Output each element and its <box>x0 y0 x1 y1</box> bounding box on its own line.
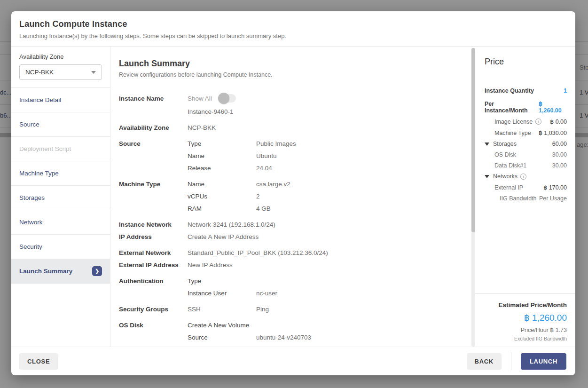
back-button[interactable]: BACK <box>467 353 502 370</box>
launch-button[interactable]: LAUNCH <box>521 353 566 370</box>
price-row-storages: Storages 60.00 <box>485 141 567 147</box>
sidebar-item-security[interactable]: Security <box>11 235 110 259</box>
sidebar-item-storages[interactable]: Storages <box>11 186 110 210</box>
toggle-knob <box>218 93 229 104</box>
summary-subtitle: Review configurations before launching C… <box>119 71 463 78</box>
row-source: Source Type Public Images Name Ubuntu Re… <box>119 137 463 174</box>
chevron-down-icon <box>91 71 96 74</box>
info-icon[interactable]: i <box>535 119 541 125</box>
price-row-networks: Networksi <box>485 173 567 180</box>
collapse-triangle-icon[interactable] <box>485 175 489 178</box>
row-availability-zone: Availability Zone NCP-BKK <box>119 121 463 134</box>
sidebar-item-deployment-script: Deployment Script <box>11 137 110 161</box>
dialog-title: Launch Compute Instance <box>19 19 567 29</box>
estimated-price-label: Estimated Price/Month <box>485 301 567 309</box>
info-icon[interactable]: i <box>520 174 526 180</box>
instance-name-value: Instance-9460-1 <box>188 108 463 115</box>
price-row-external-ip: External IP ฿ 170.00 <box>485 184 567 191</box>
close-button[interactable]: CLOSE <box>19 353 58 370</box>
price-row-image-license: Image Licensei ฿ 0.00 <box>485 118 567 125</box>
row-os-disk: OS Disk Create A New Volume Source ubunt… <box>119 319 463 343</box>
dialog-subtitle: Launching Instance(s) by the following s… <box>19 32 567 40</box>
launch-summary-panel: Launch Summary Review configurations bef… <box>110 47 475 347</box>
price-title: Price <box>485 57 567 67</box>
scrollbar-track[interactable] <box>471 48 475 347</box>
footer-divider <box>511 352 511 370</box>
launch-compute-instance-dialog: Launch Compute Instance Launching Instan… <box>11 11 575 375</box>
row-security-groups: Security Groups SSH Ping <box>119 303 463 315</box>
price-row-per-instance: Per Instance/Month ฿ 1,260.00 <box>485 100 567 114</box>
screen: Sto dc... b6... 1 V 1 V age: Launch Comp… <box>0 0 588 388</box>
row-authentication: Authentication Type Instance User nc-use… <box>119 275 463 299</box>
sidebar-item-source[interactable]: Source <box>11 112 110 137</box>
collapse-triangle-icon[interactable] <box>485 143 489 146</box>
steps-sidebar: Availability Zone NCP-BKK Instance Detai… <box>11 47 110 347</box>
price-row-data-disk: Data Disk#1 30.00 <box>485 162 567 169</box>
show-all-label: Show All <box>188 95 212 102</box>
row-instance-network: Instance Network Network-3241 (192.168.1… <box>119 218 463 243</box>
price-panel: Price Instance Quantity 1 Per Instance/M… <box>475 47 575 347</box>
estimated-price-value: ฿ 1,260.00 <box>485 312 567 323</box>
instance-quantity-value: 1 <box>564 87 567 94</box>
sidebar-item-network[interactable]: Network <box>11 210 110 235</box>
summary-title: Launch Summary <box>119 59 463 69</box>
price-row-os-disk: OS Disk 30.00 <box>485 151 567 158</box>
sidebar-item-instance-detail[interactable]: Instance Detail <box>11 88 110 112</box>
show-all-toggle[interactable] <box>219 94 236 103</box>
row-external-network: External Network Standard_Public_IP_Pool… <box>119 246 463 271</box>
excluded-note: Excluded IIG Bandwidth <box>485 336 567 341</box>
availability-zone-select[interactable]: NCP-BKK <box>19 64 102 80</box>
price-per-hour: Price/Hour ฿ 1.73 <box>485 326 567 333</box>
row-instance-name: Instance Name Show All Instance-9460-1 <box>119 91 463 118</box>
row-machine-type: Machine Type Name csa.large.v2 vCPUs 2 R… <box>119 178 463 214</box>
sidebar-item-launch-summary[interactable]: Launch Summary ❯ <box>11 259 110 284</box>
sidebar-item-machine-type[interactable]: Machine Type <box>11 161 110 186</box>
price-row-machine-type: Machine Type ฿ 1,030.00 <box>485 129 567 136</box>
price-row-quantity: Instance Quantity 1 <box>485 87 567 94</box>
price-row-iig-bandwidth: IIG Bandwidth Per Usage <box>485 195 567 202</box>
availability-zone-value: NCP-BKK <box>25 69 54 76</box>
dialog-header: Launch Compute Instance Launching Instan… <box>11 11 575 47</box>
dialog-footer: CLOSE BACK LAUNCH <box>11 347 575 375</box>
chevron-right-icon[interactable]: ❯ <box>92 266 102 276</box>
scrollbar-thumb[interactable] <box>471 48 475 232</box>
estimated-price-section: Estimated Price/Month ฿ 1,260.00 Price/H… <box>475 293 575 341</box>
availability-zone-block: Availability Zone NCP-BKK <box>11 47 110 88</box>
availability-zone-label: Availability Zone <box>19 53 102 60</box>
